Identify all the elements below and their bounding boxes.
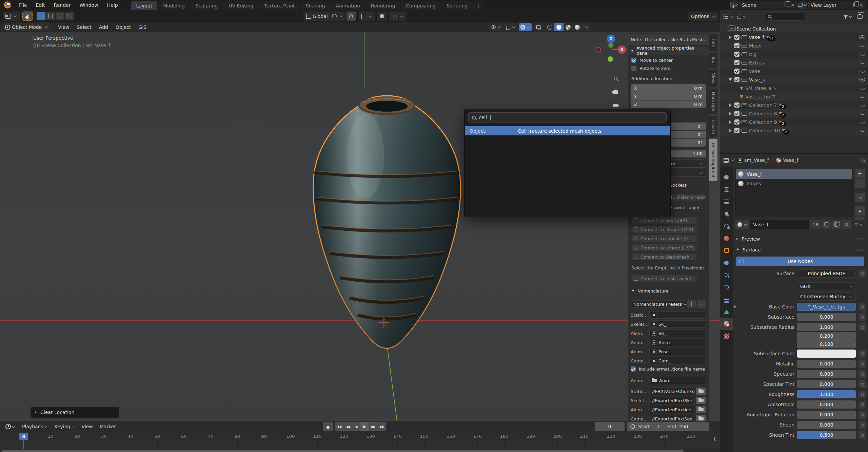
open-folder-button[interactable]: [696, 388, 706, 395]
new-scene-icon[interactable]: [785, 3, 788, 7]
move-to-center-row[interactable]: Move to center: [631, 58, 673, 63]
snap-settings-dropdown[interactable]: [359, 12, 375, 21]
expand-icon[interactable]: [728, 78, 732, 81]
timeline-editor-type-button[interactable]: [2, 422, 19, 431]
overlays-dropdown[interactable]: [519, 23, 532, 31]
expand-icon[interactable]: [733, 305, 737, 308]
eye-closed-icon[interactable]: [860, 103, 865, 107]
convert-button-4[interactable]: Convert to StaticMesh ..: [631, 253, 698, 261]
outliner-filter-dropdown[interactable]: [842, 12, 854, 21]
viewport-menu-object[interactable]: Object: [112, 24, 135, 30]
outliner-row-vase-a[interactable]: Vase_a: [720, 75, 868, 84]
editor-type-button[interactable]: [3, 12, 20, 21]
outliner-row-collection-9[interactable]: Collection 92: [720, 118, 868, 126]
properties-tab-material[interactable]: [720, 318, 733, 330]
property-field[interactable]: Principled BSDF: [797, 269, 856, 278]
expand-icon[interactable]: [728, 103, 732, 107]
path-field[interactable]: //ExportedFbx\Skel..: [649, 397, 694, 404]
property-field[interactable]: 0.000: [797, 313, 856, 321]
workspace-tab-texture-paint[interactable]: Texture Paint: [259, 1, 300, 10]
timeline-menu-keying[interactable]: Keying: [51, 422, 78, 431]
eye-closed-icon[interactable]: [860, 120, 865, 124]
snap-toggle-button[interactable]: [347, 12, 356, 21]
collection-checkbox[interactable]: [734, 111, 739, 116]
menu-render[interactable]: Render: [50, 1, 75, 10]
current-frame-field[interactable]: 0: [595, 422, 625, 431]
properties-tab-physics[interactable]: [720, 281, 733, 293]
viewport-menu-add[interactable]: Add: [95, 24, 112, 30]
copy-material-button[interactable]: [832, 220, 841, 229]
expand-icon[interactable]: [728, 36, 732, 39]
link-filter-dropdown[interactable]: [853, 220, 865, 229]
workspace-tab-animation[interactable]: Animation: [331, 1, 365, 10]
add-slot-button[interactable]: +: [855, 169, 865, 178]
outliner-search-input[interactable]: [764, 13, 806, 21]
eye-closed-icon[interactable]: [860, 112, 865, 115]
timeline-menu-view[interactable]: View: [78, 422, 96, 431]
collection-checkbox[interactable]: [734, 69, 739, 74]
keyframe-dot-button[interactable]: [859, 350, 866, 358]
gizmo-x-axis[interactable]: X: [618, 45, 626, 54]
panel-tab-unreal-engine-4[interactable]: Unreal Engine 4: [709, 139, 717, 181]
include-armature-checkbox[interactable]: [631, 366, 636, 372]
shading-dropdown[interactable]: [582, 23, 591, 31]
convert-button-1[interactable]: Convert to ..hape (UCX): [631, 226, 698, 233]
properties-tab-output[interactable]: [720, 195, 733, 208]
eye-open-icon[interactable]: [859, 78, 865, 81]
material-slot-edges[interactable]: edges: [736, 179, 852, 188]
navigation-gizmo[interactable]: Z X: [594, 34, 627, 67]
add-preset-button[interactable]: +: [687, 300, 696, 308]
prev-keyframe-button[interactable]: [343, 422, 352, 431]
xray-toggle[interactable]: [534, 23, 543, 31]
outliner-row-sm-vase-a[interactable]: SM_Vase_a: [720, 84, 868, 92]
outliner-row-mesh[interactable]: Mesh: [720, 41, 868, 50]
properties-tab-tool[interactable]: [720, 171, 733, 183]
panel-tab-create[interactable]: Create: [709, 116, 717, 137]
view-layer-field[interactable]: View Layer: [808, 1, 866, 9]
surface-panel-header[interactable]: Surface ::::: [733, 245, 868, 254]
keyframe-dot-button[interactable]: [859, 313, 866, 321]
eye-closed-icon[interactable]: [860, 53, 865, 56]
property-field[interactable]: 0.000: [797, 360, 856, 368]
browse-material-button[interactable]: [735, 220, 749, 229]
properties-tab-particles[interactable]: [720, 269, 733, 281]
slot-specials-dropdown[interactable]: [855, 193, 865, 202]
rotate-to-zero-row[interactable]: Rotate to zero: [631, 66, 671, 71]
keyframe-dot-button[interactable]: [859, 391, 866, 398]
panel-tab-tool[interactable]: Tool: [709, 53, 717, 68]
property-field[interactable]: 0.100: [797, 340, 856, 348]
solid-shading-button[interactable]: [554, 23, 564, 31]
properties-tab-view-layer[interactable]: [720, 208, 733, 220]
outliner-display-mode-dropdown[interactable]: [736, 12, 748, 21]
timeline-scrollbar[interactable]: [2, 450, 684, 452]
workspace-tab-layout[interactable]: Layout: [131, 1, 158, 10]
tweak-select-button[interactable]: [37, 12, 45, 20]
record-button[interactable]: [323, 422, 333, 431]
collection-checkbox[interactable]: [734, 102, 739, 108]
convert-button-3[interactable]: Convert to sphere (USP): [631, 244, 698, 251]
vase-object[interactable]: [307, 87, 467, 358]
location-field-y[interactable]: Y0 m: [631, 92, 706, 100]
convert-socket-button[interactable]: Convert to ..esh socket: [631, 275, 698, 282]
use-nodes-button[interactable]: Use Nodes: [736, 257, 864, 266]
property-field[interactable]: 0.200: [797, 332, 856, 340]
scene-field[interactable]: Scene: [739, 1, 797, 9]
gizmos-dropdown[interactable]: [505, 23, 517, 31]
eye-closed-icon[interactable]: [860, 61, 865, 64]
keyframe-dot-button[interactable]: [859, 360, 866, 368]
name-prefix-field[interactable]: [649, 311, 706, 319]
name-prefix-field[interactable]: Pose_: [649, 348, 706, 355]
material-name-field[interactable]: Vase_f: [750, 220, 809, 229]
viewport-menu-view[interactable]: View: [54, 24, 73, 30]
options-dropdown[interactable]: Options: [688, 12, 718, 21]
property-field[interactable]: Christensen-Burley: [797, 293, 856, 301]
keyframe-dot-button[interactable]: [859, 323, 866, 331]
expand-icon[interactable]: [728, 120, 732, 124]
preview-panel-header[interactable]: Preview ::::: [733, 234, 868, 243]
collapse-arrow[interactable]: ❮: [713, 436, 717, 441]
property-field[interactable]: T_Vase_f_bc.tga: [797, 303, 856, 311]
outliner-editor-type-button[interactable]: [722, 12, 734, 21]
name-prefix-field[interactable]: Anim_: [649, 339, 706, 346]
gizmo-z-axis[interactable]: Z: [607, 35, 615, 43]
properties-editor-type-button[interactable]: [724, 158, 735, 163]
